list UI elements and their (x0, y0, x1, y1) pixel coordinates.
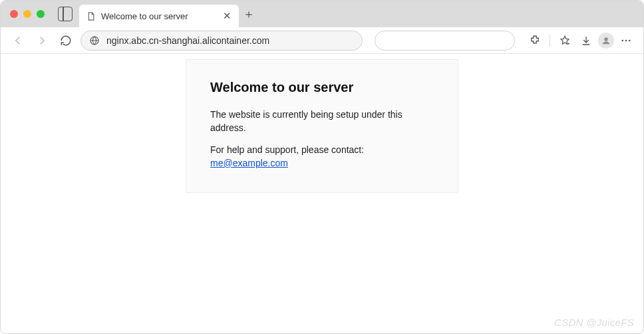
support-prefix: For help and support, please contact: (210, 144, 364, 155)
window-controls (1, 1, 54, 27)
search-box[interactable] (375, 31, 515, 51)
watermark: CSDN @JuiceFS (554, 317, 634, 328)
page-heading: Welcome to our server (210, 80, 434, 95)
profile-button[interactable] (598, 33, 614, 49)
new-tab-button[interactable]: ＋ (239, 4, 259, 24)
window-minimize-button[interactable] (23, 10, 31, 18)
svg-point-4 (629, 39, 631, 41)
extensions-button[interactable] (526, 31, 544, 50)
url-text: nginx.abc.cn-shanghai.alicontainer.com (106, 35, 269, 46)
window-maximize-button[interactable] (37, 10, 45, 18)
browser-toolbar: nginx.abc.cn-shanghai.alicontainer.com (1, 27, 643, 54)
reload-button[interactable] (57, 31, 75, 50)
back-button[interactable] (9, 31, 27, 50)
page-content: Welcome to our server The website is cur… (1, 54, 643, 193)
window-close-button[interactable] (10, 10, 18, 18)
globe-icon (89, 35, 100, 46)
tab-title: Welcome to our server (101, 11, 216, 21)
page-body-2: For help and support, please contact: me… (210, 144, 434, 170)
support-email-link[interactable]: me@example.com (210, 158, 288, 168)
sidebar-toggle-icon[interactable] (58, 7, 73, 21)
forward-button[interactable] (33, 31, 51, 50)
address-bar[interactable]: nginx.abc.cn-shanghai.alicontainer.com (80, 31, 363, 51)
svg-point-1 (604, 37, 607, 41)
window-titlebar: Welcome to our server ✕ ＋ (1, 1, 643, 27)
browser-tab[interactable]: Welcome to our server ✕ (79, 5, 239, 27)
favorites-button[interactable] (556, 31, 574, 50)
svg-point-3 (625, 39, 627, 41)
welcome-card: Welcome to our server The website is cur… (186, 59, 458, 193)
page-body-1: The website is currently being setup und… (210, 108, 434, 134)
separator (550, 35, 550, 47)
tab-close-icon[interactable]: ✕ (222, 10, 232, 22)
downloads-button[interactable] (577, 31, 595, 50)
svg-point-2 (621, 39, 623, 41)
menu-button[interactable] (617, 31, 635, 50)
page-icon (86, 11, 96, 21)
